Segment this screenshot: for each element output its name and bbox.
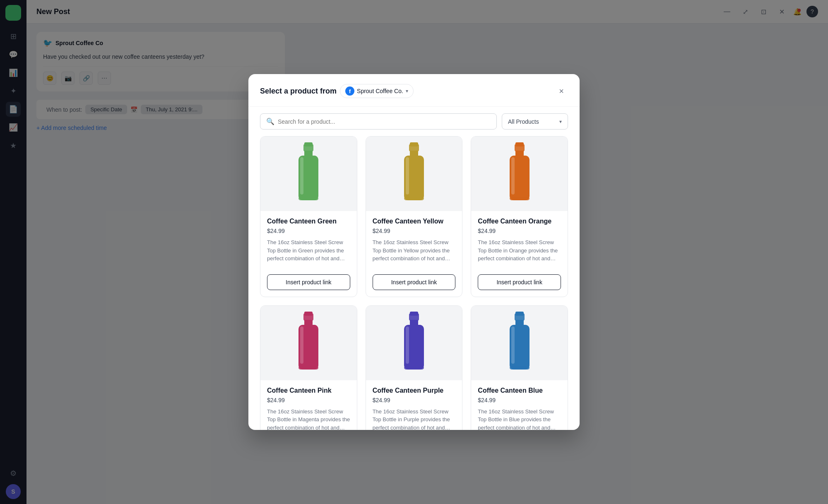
svg-rect-22 (300, 326, 303, 364)
modal-overlay: Select a product from f Sprout Coffee Co… (0, 0, 828, 504)
product-select-modal: Select a product from f Sprout Coffee Co… (248, 74, 580, 430)
svg-rect-4 (300, 157, 303, 194)
product-name: Coffee Canteen Yellow (373, 218, 456, 225)
svg-rect-16 (511, 157, 515, 194)
modal-toolbar: 🔍 All Products ▾ (248, 107, 580, 136)
product-info: Coffee Canteen Purple $24.99 The 16oz St… (366, 380, 462, 430)
product-card: Coffee Canteen Pink $24.99 The 16oz Stai… (260, 305, 357, 430)
products-grid: Coffee Canteen Green $24.99 The 16oz Sta… (260, 136, 568, 430)
search-input[interactable] (278, 118, 491, 125)
product-info: Coffee Canteen Pink $24.99 The 16oz Stai… (260, 380, 357, 430)
svg-rect-2 (304, 151, 313, 156)
product-name: Coffee Canteen Blue (478, 387, 561, 394)
source-name: Sprout Coffee Co. (357, 88, 403, 94)
svg-rect-34 (511, 326, 515, 364)
svg-rect-29 (404, 366, 424, 370)
product-description: The 16oz Stainless Steel Screw Top Bottl… (478, 238, 561, 263)
product-name: Coffee Canteen Green (267, 218, 350, 225)
facebook-icon: f (345, 86, 354, 96)
svg-rect-11 (404, 197, 424, 200)
product-image-1 (366, 137, 462, 211)
svg-rect-7 (410, 142, 418, 146)
product-price: $24.99 (373, 397, 456, 403)
product-price: $24.99 (267, 397, 350, 403)
insert-product-link-button[interactable]: Insert product link (373, 274, 456, 290)
product-info: Coffee Canteen Yellow $24.99 The 16oz St… (366, 211, 462, 269)
svg-rect-14 (515, 151, 524, 156)
modal-title: Select a product from (260, 87, 337, 96)
product-image-0 (260, 137, 357, 211)
product-description: The 16oz Stainless Steel Screw Top Bottl… (267, 238, 350, 263)
source-selector[interactable]: f Sprout Coffee Co. ▾ (340, 84, 414, 98)
svg-rect-31 (515, 312, 524, 316)
svg-rect-23 (298, 366, 318, 370)
chevron-down-icon: ▾ (406, 88, 408, 94)
modal-title-row: Select a product from f Sprout Coffee Co… (260, 84, 414, 98)
search-box: 🔍 (260, 113, 497, 130)
product-price: $24.99 (478, 228, 561, 234)
svg-rect-32 (515, 320, 524, 326)
svg-rect-28 (406, 326, 409, 364)
product-image-3 (260, 306, 357, 380)
product-description: The 16oz Stainless Steel Screw Top Bottl… (267, 408, 350, 430)
product-card: Coffee Canteen Yellow $24.99 The 16oz St… (366, 136, 463, 297)
product-name: Coffee Canteen Orange (478, 218, 561, 225)
product-card: Coffee Canteen Blue $24.99 The 16oz Stai… (471, 305, 568, 430)
svg-rect-5 (298, 197, 318, 200)
product-price: $24.99 (478, 397, 561, 403)
svg-rect-25 (410, 312, 418, 316)
svg-rect-8 (410, 151, 418, 156)
product-image-2 (471, 137, 568, 211)
svg-rect-17 (510, 197, 530, 200)
product-image-4 (366, 306, 462, 380)
product-card: Coffee Canteen Orange $24.99 The 16oz St… (471, 136, 568, 297)
product-description: The 16oz Stainless Steel Screw Top Bottl… (373, 408, 456, 430)
close-modal-button[interactable]: × (555, 84, 568, 98)
product-description: The 16oz Stainless Steel Screw Top Bottl… (373, 238, 456, 263)
product-price: $24.99 (373, 228, 456, 234)
product-card: Coffee Canteen Green $24.99 The 16oz Sta… (260, 136, 357, 297)
product-image-5 (471, 306, 568, 380)
svg-rect-19 (304, 312, 313, 316)
product-price: $24.99 (267, 228, 350, 234)
product-description: The 16oz Stainless Steel Screw Top Bottl… (478, 408, 561, 430)
filter-dropdown[interactable]: All Products ▾ (502, 113, 568, 130)
product-name: Coffee Canteen Purple (373, 387, 456, 394)
insert-product-link-button[interactable]: Insert product link (478, 274, 561, 290)
filter-chevron-icon: ▾ (559, 119, 562, 125)
insert-product-link-button[interactable]: Insert product link (267, 274, 350, 290)
search-icon: 🔍 (266, 118, 274, 125)
svg-rect-13 (515, 142, 524, 146)
svg-rect-35 (510, 366, 530, 370)
svg-rect-1 (304, 142, 313, 146)
svg-rect-26 (410, 320, 418, 326)
modal-body: Coffee Canteen Green $24.99 The 16oz Sta… (248, 136, 580, 430)
product-info: Coffee Canteen Blue $24.99 The 16oz Stai… (471, 380, 568, 430)
product-card: Coffee Canteen Purple $24.99 The 16oz St… (366, 305, 463, 430)
product-info: Coffee Canteen Orange $24.99 The 16oz St… (471, 211, 568, 269)
modal-header: Select a product from f Sprout Coffee Co… (248, 74, 580, 107)
product-name: Coffee Canteen Pink (267, 387, 350, 394)
svg-rect-20 (304, 320, 313, 326)
filter-label: All Products (508, 118, 539, 125)
product-info: Coffee Canteen Green $24.99 The 16oz Sta… (260, 211, 357, 269)
svg-rect-10 (406, 157, 409, 194)
